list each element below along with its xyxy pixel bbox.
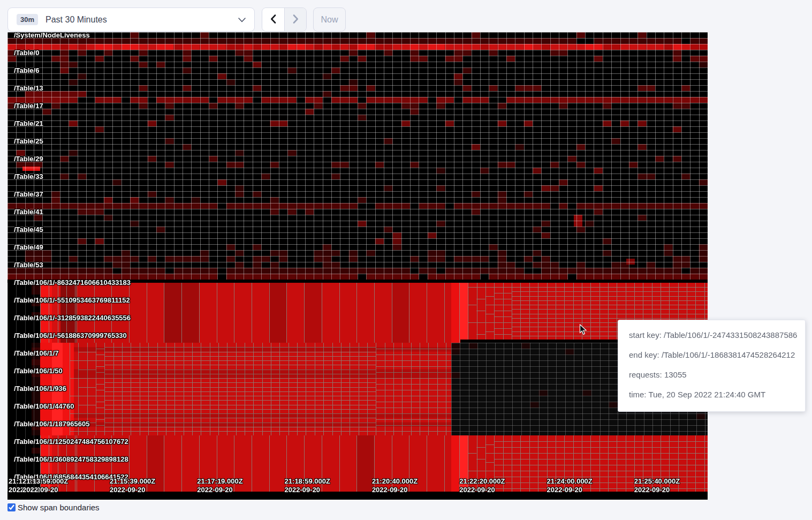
heatmap-container: /System/NodeLiveness/Table/0/Table/6/Tab… (7, 32, 708, 500)
tooltip-end-key: end key: /Table/106/1/-18683814745282642… (629, 345, 794, 365)
prev-time-button[interactable] (262, 8, 284, 31)
next-time-button[interactable] (284, 8, 306, 31)
show-span-boundaries-checkbox[interactable] (7, 503, 16, 511)
chevron-down-icon (238, 15, 246, 25)
key-visualizer-page: 30m Past 30 Minutes Now /System/NodeLive… (0, 0, 812, 520)
show-span-boundaries-label: Show span boundaries (18, 503, 100, 512)
tooltip-start-key: start key: /Table/106/1/-247433150824388… (629, 325, 794, 345)
now-button[interactable]: Now (313, 7, 346, 32)
tooltip-time: time: Tue, 20 Sep 2022 21:24:40 GMT (629, 385, 794, 404)
key-visualizer-heatmap[interactable] (7, 32, 708, 500)
time-range-select[interactable]: 30m Past 30 Minutes (7, 7, 255, 32)
mouse-cursor (579, 324, 588, 336)
show-span-boundaries-control: Show span boundaries (7, 503, 100, 512)
chevron-left-icon (270, 14, 276, 25)
time-nav-group (262, 7, 307, 32)
chevron-right-icon (293, 14, 299, 25)
tooltip-requests: requests: 13055 (629, 365, 794, 385)
range-badge: 30m (17, 14, 38, 25)
range-label: Past 30 Minutes (45, 15, 238, 25)
hover-tooltip: start key: /Table/106/1/-247433150824388… (618, 320, 806, 412)
